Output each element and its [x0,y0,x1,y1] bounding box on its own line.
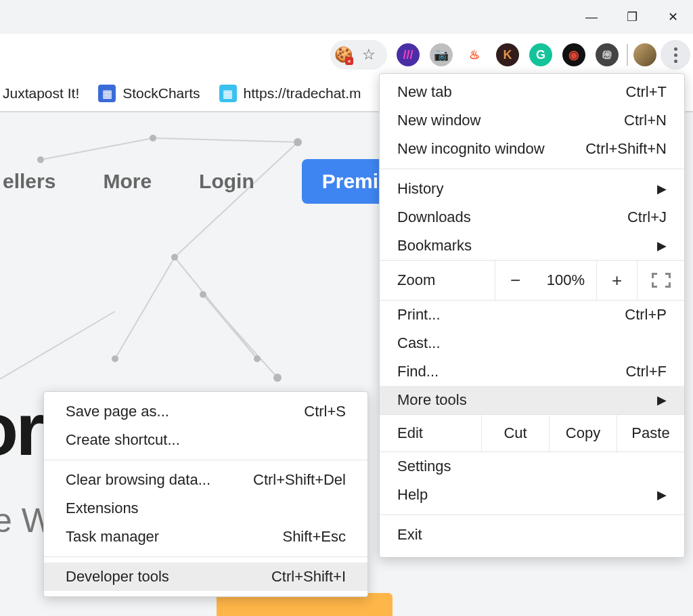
submenu-shortcut: Ctrl+Shift+I [271,568,346,586]
submenu-arrow-icon: ▶ [657,238,667,253]
menu-exit[interactable]: Exit [380,521,684,549]
menu-history[interactable]: History ▶ [380,175,684,203]
fullscreen-icon [652,273,671,288]
submenu-separator [44,556,367,557]
submenu-label: Save page as... [66,403,169,420]
submenu-shortcut: Shift+Esc [282,528,346,546]
menu-shortcut: Ctrl+P [625,306,667,324]
menu-label: Bookmarks [397,237,472,255]
nav-ellers[interactable]: ellers [3,170,55,193]
menu-label: History [397,180,443,198]
submenu-arrow-icon: ▶ [657,487,667,502]
menu-separator [380,169,684,169]
submenu-shortcut: Ctrl+Shift+Del [253,471,346,489]
menu-incognito[interactable]: New incognito window Ctrl+Shift+N [380,135,684,163]
svg-point-11 [171,254,178,261]
svg-line-3 [115,257,175,359]
svg-point-14 [200,291,206,298]
svg-line-6 [203,294,277,378]
menu-label: New tab [397,83,452,101]
submenu-label: Developer tools [66,568,169,586]
menu-new-tab[interactable]: New tab Ctrl+T [380,78,684,106]
zoom-in-button[interactable]: + [596,261,637,300]
submenu-arrow-icon: ▶ [657,181,667,196]
menu-separator [380,514,684,515]
submenu-task-manager[interactable]: Task manager Shift+Esc [44,523,367,551]
zoom-label: Zoom [380,271,495,289]
menu-more-tools[interactable]: More tools ▶ [380,386,684,414]
fullscreen-button[interactable] [637,261,684,300]
menu-shortcut: Ctrl+F [626,363,667,380]
menu-label: Settings [397,458,451,475]
edit-copy[interactable]: Copy [549,415,617,452]
svg-point-9 [150,135,156,141]
svg-line-7 [0,311,115,379]
edit-paste[interactable]: Paste [617,415,684,452]
menu-edit-row: Edit Cut Copy Paste [380,414,684,452]
submenu-developer-tools[interactable]: Developer tools Ctrl+Shift+I [44,563,367,591]
submenu-label: Create shortcut... [66,431,180,449]
submenu-label: Extensions [66,500,139,517]
svg-point-12 [112,355,118,362]
submenu-label: Task manager [66,528,159,546]
menu-new-window[interactable]: New window Ctrl+N [380,106,684,135]
menu-help[interactable]: Help ▶ [380,481,684,509]
menu-cast[interactable]: Cast... [380,329,684,357]
menu-find[interactable]: Find... Ctrl+F [380,357,684,386]
menu-shortcut: Ctrl+Shift+N [585,140,667,158]
chrome-menu: New tab Ctrl+T New window Ctrl+N New inc… [379,73,685,558]
submenu-arrow-icon: ▶ [657,393,667,408]
menu-label: Cast... [397,334,441,352]
svg-line-1 [153,138,298,142]
submenu-label: Clear browsing data... [66,471,210,489]
menu-label: Print... [397,306,441,324]
edit-label: Edit [380,424,481,442]
zoom-out-button[interactable]: − [495,261,535,300]
menu-label: New window [397,112,481,129]
menu-zoom: Zoom − 100% + [380,260,684,301]
menu-shortcut: Ctrl+T [626,83,667,101]
submenu-shortcut: Ctrl+S [304,403,346,420]
svg-point-10 [294,138,302,146]
submenu-clear-data[interactable]: Clear browsing data... Ctrl+Shift+Del [44,466,367,494]
menu-label: Find... [397,363,439,380]
menu-shortcut: Ctrl+N [624,112,667,129]
edit-cut[interactable]: Cut [481,415,549,452]
menu-label: Help [397,486,428,504]
menu-shortcut: Ctrl+J [627,208,667,226]
svg-line-0 [41,138,153,160]
submenu-save-page[interactable]: Save page as... Ctrl+S [44,397,367,426]
menu-label: Exit [397,526,422,544]
svg-point-13 [254,355,261,362]
nav-more[interactable]: More [103,170,152,193]
submenu-create-shortcut[interactable]: Create shortcut... [44,426,367,454]
menu-label: More tools [397,391,467,409]
more-tools-submenu: Save page as... Ctrl+S Create shortcut..… [43,391,368,597]
menu-downloads[interactable]: Downloads Ctrl+J [380,203,684,232]
submenu-extensions[interactable]: Extensions [44,494,367,523]
submenu-separator [44,460,367,460]
svg-point-15 [273,374,282,382]
menu-bookmarks[interactable]: Bookmarks ▶ [380,232,684,260]
menu-settings[interactable]: Settings [380,452,684,481]
menu-label: New incognito window [397,140,545,158]
menu-label: Downloads [397,208,471,226]
nav-login[interactable]: Login [199,170,254,193]
menu-print[interactable]: Print... Ctrl+P [380,301,684,329]
zoom-percent: 100% [535,271,596,289]
